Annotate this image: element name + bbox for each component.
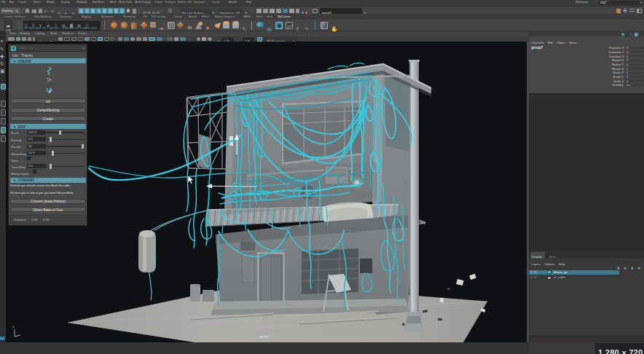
svg-text:y: y — [12, 324, 15, 329]
svg-text:persp: persp — [259, 334, 269, 339]
